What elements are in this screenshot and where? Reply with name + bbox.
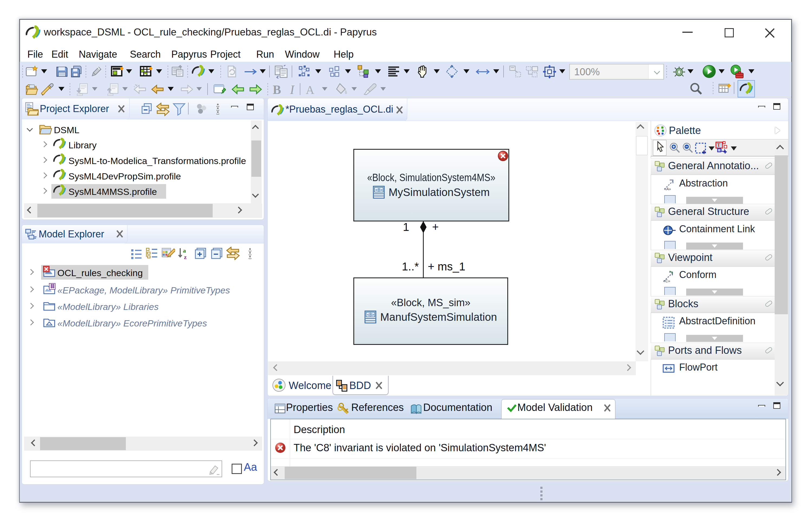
svg-text:a: a bbox=[183, 247, 186, 254]
svg-text:z: z bbox=[184, 254, 187, 260]
svg-text:«A»: «A» bbox=[664, 187, 671, 191]
svg-text:<B>: <B> bbox=[367, 312, 374, 317]
svg-text:«C»: «C» bbox=[663, 279, 670, 283]
svg-text:<B>: <B> bbox=[375, 188, 383, 192]
svg-text:T: T bbox=[717, 142, 720, 148]
